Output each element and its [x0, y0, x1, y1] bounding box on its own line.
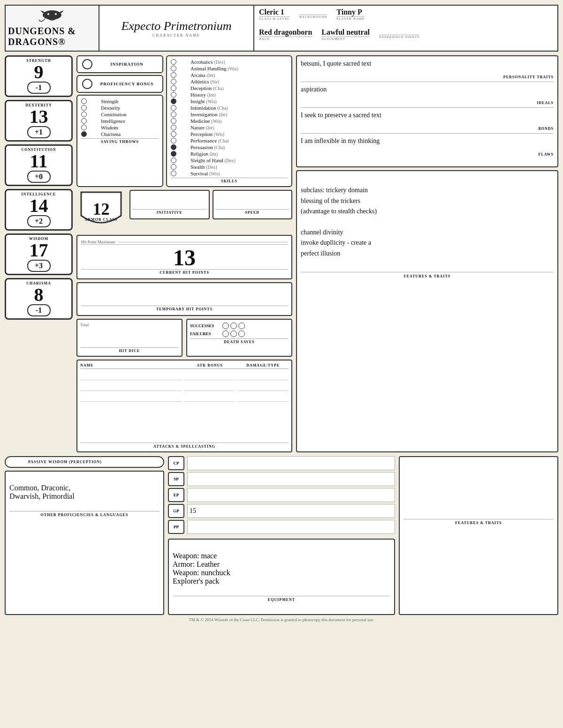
skill-row: Investigation (Int): [171, 112, 288, 117]
right-column: betsuni, I quote sacred text PERSONALITY…: [296, 55, 558, 452]
skill-name-15: Sleight of Hand (Dex): [190, 158, 236, 163]
attack-dmg-3[interactable]: [238, 392, 289, 402]
skill-row: Survival (Wis): [171, 171, 288, 176]
personality-traits-label: PERSONALITY TRAITS: [301, 74, 554, 79]
equipment-text: Weapon: mace Armor: Leather Weapon: nunc…: [173, 552, 390, 585]
header-row-1: Cleric 1 CLASS & LEVEL BACKGROUND Tinny …: [259, 8, 553, 28]
coins-list: CP SP EP GP 15 PP: [168, 456, 395, 536]
attack-name-3[interactable]: [80, 392, 182, 402]
skill-proficiency-circle-14[interactable]: [171, 151, 176, 157]
save-proficiency-circle-4[interactable]: [81, 125, 87, 130]
skill-proficiency-circle-9[interactable]: [171, 118, 176, 124]
success-circle-1[interactable]: [222, 323, 229, 329]
speed-label: SPEED: [215, 209, 290, 215]
success-circle-2[interactable]: [230, 323, 237, 329]
save-proficiency-circle-0[interactable]: [81, 98, 87, 104]
attacks-col-name: NAME: [80, 363, 182, 368]
skill-proficiency-circle-0[interactable]: [171, 59, 176, 65]
saving-throw-row: Strength: [81, 98, 159, 104]
save-proficiency-circle-1[interactable]: [81, 105, 87, 111]
skills-list: Acrobatics (Dex) Animal Handling (Wis) A…: [171, 59, 288, 176]
inspiration-label: INSPIRATION: [96, 62, 158, 67]
header: DUNGEONS & DRAGONS® Expecto Primetronium…: [5, 5, 558, 52]
initiative-speed: INITIATIVE SPEED: [129, 190, 292, 219]
skill-proficiency-circle-1[interactable]: [171, 66, 176, 71]
personality-traits-text: betsuni, I quote sacred text: [301, 60, 554, 74]
features-label: FEATURES & TRAITS: [301, 272, 554, 280]
saves-skills-section: INSPIRATION PROFICIENCY BONUS Strength D…: [76, 55, 292, 187]
skill-proficiency-circle-8[interactable]: [171, 112, 176, 117]
bonds-section: I seek to preserve a sacred text BONDS: [301, 112, 554, 134]
failure-circle-2[interactable]: [230, 330, 237, 337]
passive-wisdom-label: PASSIVE WISDOM (PERCEPTION): [28, 460, 102, 464]
coin-value-3[interactable]: 15: [187, 504, 395, 518]
coin-value-4[interactable]: [187, 520, 395, 534]
bonds-text: I seek to preserve a sacred text: [301, 112, 554, 126]
attack-dmg-2[interactable]: [238, 382, 289, 391]
main-body: STRENGTH 9 -1 DEXTERITY 13 +1 CONSTITUTI…: [5, 55, 558, 452]
inspiration-checkbox[interactable]: [82, 59, 92, 69]
attack-name-1[interactable]: [80, 371, 182, 380]
skill-proficiency-circle-15[interactable]: [171, 158, 176, 163]
features-extra-box: FEATURES & TRAITS: [399, 456, 558, 615]
successes-row: SUCCESSES: [190, 323, 289, 329]
coin-value-2[interactable]: [187, 488, 395, 502]
success-circle-3[interactable]: [238, 323, 245, 329]
skill-name-4: Deception (Cha): [190, 85, 224, 91]
skill-row: Deception (Cha): [171, 85, 288, 91]
strength-score: STRENGTH 9 -1: [5, 55, 73, 97]
skill-row: Animal Handling (Wis): [171, 66, 288, 71]
skill-proficiency-circle-11[interactable]: [171, 131, 176, 137]
skill-proficiency-circle-17[interactable]: [171, 171, 176, 176]
personality-traits-section: betsuni, I quote sacred text PERSONALITY…: [296, 55, 558, 167]
save-proficiency-circle-2[interactable]: [81, 112, 87, 117]
armor-class-shield: 12 ARMOR CLASS: [76, 190, 126, 232]
charisma-score: CHARISMA 8 -1: [5, 278, 73, 320]
skill-proficiency-circle-5[interactable]: [171, 92, 176, 98]
attack-atk-3[interactable]: [184, 392, 236, 402]
attack-row-1: [80, 371, 289, 380]
failure-circle-1[interactable]: [222, 330, 229, 337]
skill-proficiency-circle-4[interactable]: [171, 85, 176, 91]
skill-row: History (Int): [171, 92, 288, 98]
hit-dice-total-label: Total: [80, 323, 179, 327]
saving-throw-row: Intelligence: [81, 118, 159, 124]
save-proficiency-circle-5[interactable]: [81, 131, 87, 137]
skill-row: Medicine (Wis): [171, 118, 288, 124]
coin-section: CP SP EP GP 15 PP: [168, 456, 395, 536]
successes-label: SUCCESSES: [190, 323, 221, 328]
speed-value: [215, 195, 290, 207]
speed-box: SPEED: [213, 190, 293, 219]
failures-label: FAILURES: [190, 331, 221, 336]
attack-atk-2[interactable]: [184, 382, 236, 391]
skill-proficiency-circle-2[interactable]: [171, 72, 176, 78]
skill-proficiency-circle-6[interactable]: [171, 98, 176, 104]
equipment-label: EQUIPMENT: [173, 596, 390, 602]
middle-column: INSPIRATION PROFICIENCY BONUS Strength D…: [76, 55, 292, 452]
skill-proficiency-circle-3[interactable]: [171, 79, 176, 84]
attack-name-2[interactable]: [80, 382, 182, 391]
attacks-header: NAME ATK BONUS DAMAGE/TYPE: [80, 363, 289, 369]
svg-point-3: [47, 13, 49, 15]
skill-proficiency-circle-13[interactable]: [171, 144, 176, 150]
failure-circle-3[interactable]: [238, 330, 245, 337]
skill-proficiency-circle-12[interactable]: [171, 138, 176, 143]
skill-proficiency-circle-10[interactable]: [171, 125, 176, 130]
attack-dmg-1[interactable]: [238, 371, 289, 380]
alignment-label: ALIGNMENT: [321, 37, 370, 41]
wisdom-score: WISDOM 17 +3: [5, 233, 73, 275]
skill-proficiency-circle-7[interactable]: [171, 105, 176, 111]
skill-proficiency-circle-16[interactable]: [171, 164, 176, 170]
skill-row: Nature (Int): [171, 125, 288, 130]
skill-name-2: Arcana (Int): [190, 72, 215, 78]
save-proficiency-circle-3[interactable]: [81, 118, 87, 124]
skill-name-16: Stealth (Dex): [190, 164, 217, 170]
coin-row-2: EP: [168, 488, 395, 502]
skill-name-12: Performance (Cha): [190, 138, 229, 143]
attack-atk-1[interactable]: [184, 371, 236, 380]
other-proficiencies-box: Common, Draconic, Dwarvish, Primordial O…: [5, 471, 164, 615]
coin-value-1[interactable]: [187, 472, 395, 486]
bonds-label: BONDS: [301, 126, 554, 131]
save-name-0: Strength: [101, 98, 118, 104]
coin-value-0[interactable]: [187, 456, 395, 470]
